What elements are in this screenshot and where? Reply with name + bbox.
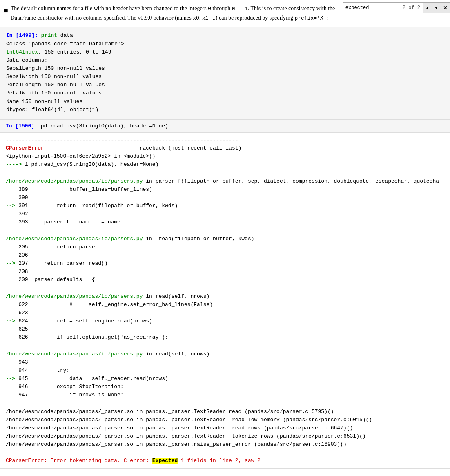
cell-1499-code: data: [57, 32, 73, 38]
top-description: ■ The default column names for a file wi…: [0, 0, 348, 27]
output-line-7: PetalWidth 150 non-null values: [6, 89, 444, 97]
cell-1499-output: <class 'pandas.core.frame.DataFrame'> In…: [6, 40, 444, 114]
bullet-item: ■ The default column names for a file wi…: [4, 4, 340, 23]
cell-1500-code: pd.read_csv(StringIO(data), header=None): [38, 123, 168, 129]
cell-1499: In [1499]: print data <class 'pandas.cor…: [0, 27, 450, 119]
traceback-area: ----------------------------------------…: [6, 136, 444, 465]
bullet-symbol: ■: [4, 5, 8, 16]
int64-text: Int64Index: [6, 49, 38, 55]
search-close-button[interactable]: ✕: [441, 3, 450, 13]
output-line-1: <class 'pandas.core.frame.DataFrame'>: [6, 40, 444, 48]
output-line-5: SepalWidth 150 non-null values: [6, 73, 444, 81]
tb-so-line-3: /home/wesm/code/pandas/pandas/_parser.so…: [6, 425, 353, 431]
cell-1499-keyword: print: [41, 32, 57, 38]
tb-so-line-1: /home/wesm/code/pandas/pandas/_parser.so…: [6, 409, 334, 415]
output-line-4: SepalLength 150 non-null values: [6, 65, 444, 73]
traceback-wrapper: ----------------------------------------…: [0, 132, 450, 469]
tb-arrow-2: -->: [6, 203, 15, 209]
tb-arrow-4: -->: [6, 318, 15, 324]
inline-code-n: N - 1: [232, 6, 248, 12]
search-prev-button[interactable]: ▲: [423, 3, 432, 13]
bullet-text: The default column names for a file with…: [11, 4, 340, 23]
final-error-line: CParserError: Error tokenizing data. C e…: [6, 458, 261, 464]
cell-1500: In [1500]: pd.read_csv(StringIO(data), h…: [0, 119, 450, 132]
search-input[interactable]: [343, 3, 400, 13]
tb-arrow-3: -->: [6, 260, 15, 266]
tb-so-line-2: /home/wesm/code/pandas/pandas/_parser.so…: [6, 417, 372, 423]
tb-so-line-4: /home/wesm/code/pandas/pandas/_parser.so…: [6, 433, 366, 439]
inline-code-x1: x1: [202, 15, 209, 21]
tb-path-4: /home/wesm/code/pandas/pandas/io/parsers…: [6, 351, 143, 357]
cell-1499-prompt: In [1499]:: [6, 32, 38, 38]
output-line-3: Data columns:: [6, 56, 444, 65]
tb-path-3: /home/wesm/code/pandas/pandas/io/parsers…: [6, 293, 143, 299]
inline-code-prefix: prefix='X': [294, 15, 326, 21]
search-next-button[interactable]: ▼: [432, 3, 441, 13]
cell-1500-prompt: In [1500]:: [6, 123, 38, 129]
tb-path-2: /home/wesm/code/pandas/pandas/io/parsers…: [6, 236, 143, 242]
tb-ipython-line: <ipython-input-1500-caf6ce72a952> in <mo…: [6, 153, 156, 159]
inline-code-x0: x0: [193, 15, 199, 21]
tb-error-name: CParserError: [6, 145, 44, 151]
search-bar: 2 of 2 ▲ ▼ ✕: [343, 2, 450, 13]
tb-arrow-1: ---->: [6, 161, 22, 168]
output-line-9: dtypes: float64(4), object(1): [6, 106, 444, 114]
tb-arrow-5: -->: [6, 375, 15, 382]
output-line-2: Int64Index: 150 entries, 0 to 149: [6, 48, 444, 56]
page-container: 2 of 2 ▲ ▼ ✕ ■ The default column names …: [0, 0, 450, 476]
tb-traceback-label: Traceback (most recent call last): [136, 145, 241, 151]
cell-1499-input: In [1499]: print data: [6, 32, 444, 38]
output-line-8: Name 150 non-null values: [6, 98, 444, 106]
inline-code-0: 0: [208, 6, 211, 12]
tb-divider: ----------------------------------------…: [6, 137, 238, 143]
expected-highlight: Expected: [152, 458, 178, 464]
search-count: 2 of 2: [400, 5, 423, 11]
tb-so-line-5: /home/wesm/code/pandas/pandas/_parser.so…: [6, 441, 347, 447]
output-line-6: PetalLength 150 non-null values: [6, 81, 444, 89]
tb-path-1: /home/wesm/code/pandas/pandas/io/parsers…: [6, 178, 143, 184]
